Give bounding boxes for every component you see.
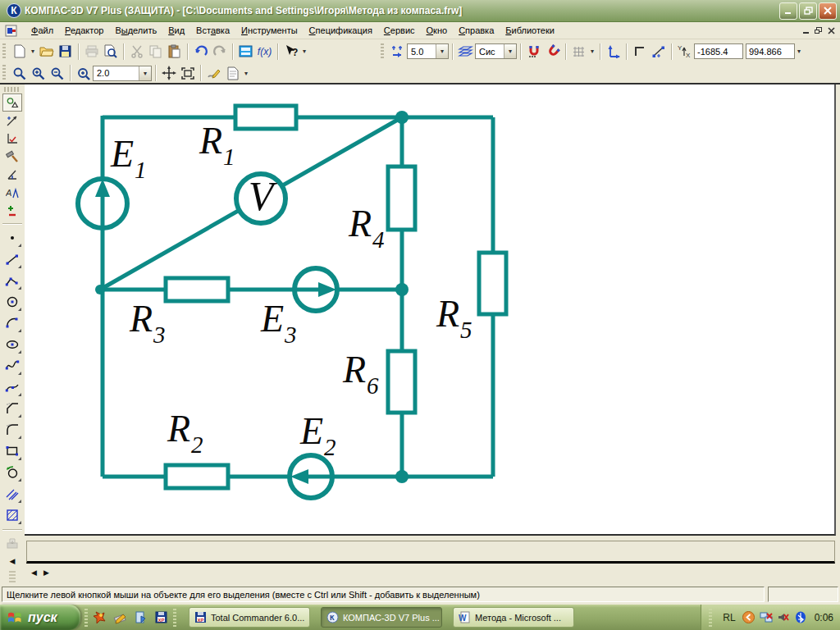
label-E3[interactable]: E3 bbox=[261, 300, 297, 338]
toolbar-grip[interactable] bbox=[2, 43, 6, 60]
zoom-out-button[interactable] bbox=[48, 64, 66, 82]
network-disconnected-icon[interactable] bbox=[760, 611, 773, 624]
mdi-minimize-icon[interactable] bbox=[803, 27, 810, 34]
tool-segment-button[interactable] bbox=[2, 249, 23, 270]
menu-file[interactable]: Файл bbox=[25, 24, 59, 37]
menu-tools[interactable]: Инструменты bbox=[235, 24, 304, 37]
restore-button[interactable] bbox=[799, 2, 817, 20]
menu-specification[interactable]: Спецификация bbox=[304, 24, 378, 37]
resistor-R6[interactable] bbox=[388, 351, 415, 413]
show-document-button[interactable] bbox=[236, 43, 255, 61]
menu-view[interactable]: Вид bbox=[162, 24, 190, 37]
panel-editing-button[interactable] bbox=[2, 148, 22, 166]
label-R6[interactable]: R6 bbox=[343, 351, 379, 389]
tool-chamfer-button[interactable] bbox=[2, 398, 23, 419]
panel-designations-button[interactable] bbox=[2, 130, 22, 148]
label-R1[interactable]: R1 bbox=[199, 122, 235, 160]
tool-point-button[interactable] bbox=[2, 227, 23, 249]
label-R3[interactable]: R3 bbox=[130, 300, 166, 338]
menu-select[interactable]: Выделить bbox=[109, 24, 162, 37]
quicklaunch-editor-icon[interactable] bbox=[112, 609, 128, 625]
tool-collect-contour-button[interactable] bbox=[2, 462, 23, 483]
menu-libraries[interactable]: Библиотеки bbox=[500, 24, 560, 37]
snap-settings-magnet-icon[interactable] bbox=[524, 43, 543, 61]
save-button[interactable] bbox=[56, 43, 75, 61]
drawing-canvas[interactable]: E1 R1 V R4 R3 E3 R5 R6 R2 E2 bbox=[25, 84, 836, 536]
tool-curve-button[interactable] bbox=[2, 377, 23, 398]
panel-parametrics-button[interactable] bbox=[2, 166, 22, 184]
label-E2[interactable]: E2 bbox=[300, 413, 336, 450]
tool-hatch-button[interactable] bbox=[2, 504, 23, 526]
local-snap-magnet-icon[interactable] bbox=[543, 43, 562, 61]
panel-geometry-button[interactable] bbox=[2, 94, 22, 112]
page-dropdown-icon[interactable]: ▾ bbox=[242, 70, 250, 77]
menu-editor[interactable]: Редактор bbox=[59, 24, 109, 37]
task-word-metoda[interactable]: W Метода - Microsoft ... bbox=[453, 607, 574, 628]
context-help-button[interactable]: ? bbox=[281, 43, 300, 61]
zoom-in-button[interactable] bbox=[29, 64, 48, 82]
muted-volume-icon[interactable] bbox=[777, 611, 790, 624]
resistor-R5[interactable] bbox=[479, 253, 506, 314]
tool-arc-button[interactable] bbox=[2, 313, 23, 334]
panel-selection-button[interactable] bbox=[2, 202, 22, 220]
label-R5[interactable]: R5 bbox=[436, 295, 472, 333]
layers-icon[interactable] bbox=[456, 43, 475, 61]
quicklaunch-totalcmd-icon[interactable]: XP bbox=[153, 609, 169, 625]
resistor-R1[interactable] bbox=[235, 106, 296, 129]
zoom-scale-combo[interactable]: 2.0▾ bbox=[93, 66, 152, 81]
tool-rectangle-button[interactable] bbox=[2, 441, 23, 462]
label-R4[interactable]: R4 bbox=[349, 205, 385, 243]
mdi-close-icon[interactable] bbox=[828, 27, 835, 34]
undo-button[interactable] bbox=[191, 43, 210, 61]
menu-help[interactable]: Справка bbox=[453, 24, 500, 37]
panel-prev-arrow[interactable]: ◀ bbox=[2, 555, 23, 568]
resistor-R3[interactable] bbox=[166, 278, 228, 301]
zoom-area-button[interactable] bbox=[10, 64, 29, 82]
property-tab-prev-icon[interactable]: ◀ bbox=[31, 568, 37, 577]
snap-points-button[interactable] bbox=[649, 43, 668, 61]
panel-dimensions-button[interactable] bbox=[2, 112, 22, 130]
taskbar-clock[interactable]: 0:06 bbox=[815, 612, 833, 623]
pan-button[interactable] bbox=[159, 64, 178, 82]
tool-spline-button[interactable] bbox=[2, 355, 23, 377]
copy-button[interactable] bbox=[146, 43, 165, 61]
close-button[interactable] bbox=[819, 2, 837, 20]
redo-button[interactable] bbox=[210, 43, 229, 61]
bluetooth-icon[interactable] bbox=[794, 611, 807, 624]
snap-step-dropdown[interactable]: ▾ bbox=[436, 44, 448, 58]
print-button[interactable] bbox=[82, 43, 101, 61]
zoom-scale-dropdown[interactable]: ▾ bbox=[139, 66, 151, 80]
language-indicator[interactable]: RL bbox=[720, 611, 737, 624]
cut-button[interactable] bbox=[127, 43, 146, 61]
show-page-button[interactable] bbox=[223, 64, 242, 82]
label-R2[interactable]: R2 bbox=[167, 410, 203, 448]
paste-button[interactable] bbox=[165, 43, 184, 61]
grid-button[interactable] bbox=[569, 43, 588, 61]
macro-element-button[interactable] bbox=[2, 533, 23, 555]
tool-parallel-lines-button[interactable] bbox=[2, 483, 23, 504]
taskbar-grip[interactable] bbox=[173, 609, 176, 627]
task-kompas[interactable]: К КОМПАС-3D V7 Plus ... bbox=[321, 607, 442, 628]
tray-grip[interactable] bbox=[709, 609, 712, 627]
tool-ellipse-button[interactable] bbox=[2, 334, 23, 355]
task-total-commander[interactable]: XP Total Commander 6.0... bbox=[189, 607, 310, 628]
local-csys-button[interactable] bbox=[604, 43, 623, 61]
menu-insert[interactable]: Вставка bbox=[190, 24, 235, 37]
layer-combo[interactable]: Сис▾ bbox=[475, 43, 517, 59]
minimize-button[interactable] bbox=[779, 2, 797, 20]
ortho-drawing-button[interactable] bbox=[630, 43, 649, 61]
tray-collapse-chevron-icon[interactable] bbox=[742, 611, 756, 624]
variables-fx-button[interactable]: f(x) bbox=[255, 43, 274, 61]
print-preview-button[interactable] bbox=[101, 43, 120, 61]
coordinate-x-field[interactable]: -1685.4 bbox=[694, 43, 743, 59]
open-button[interactable] bbox=[37, 43, 56, 61]
help-dropdown-icon[interactable]: ▾ bbox=[300, 48, 308, 55]
quicklaunch-grip[interactable] bbox=[84, 609, 88, 627]
grid-dropdown-icon[interactable]: ▾ bbox=[588, 48, 596, 55]
resistor-R4[interactable] bbox=[388, 167, 415, 230]
panel-measure-button[interactable]: A bbox=[2, 184, 22, 202]
refresh-image-button[interactable] bbox=[204, 64, 223, 82]
new-dropdown-icon[interactable]: ▾ bbox=[29, 48, 37, 55]
toolbar-grip[interactable] bbox=[2, 65, 6, 81]
panel-grip[interactable] bbox=[4, 87, 21, 92]
